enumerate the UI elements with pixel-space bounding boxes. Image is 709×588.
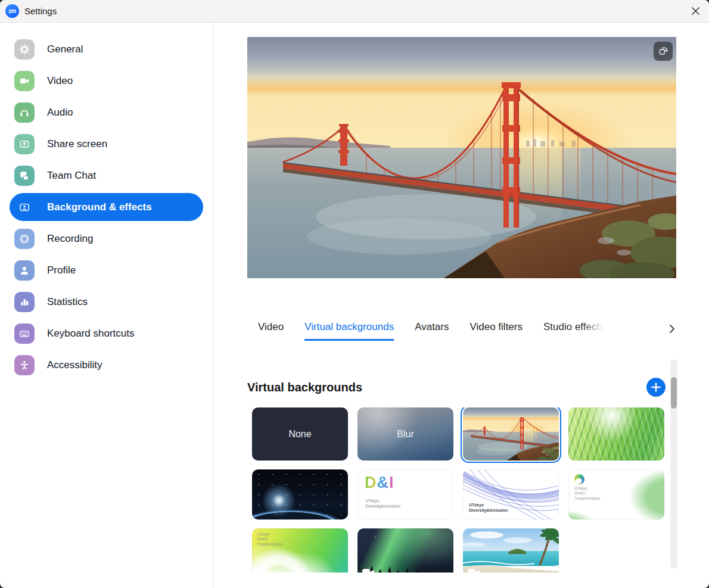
tree-silhouette — [357, 528, 453, 573]
background-option-utokyo-diversity-inclusion-wave[interactable]: UTokyo Diversity&Inclusion — [463, 469, 559, 519]
headphones-icon — [14, 102, 35, 123]
sidebar-item-label: Audio — [47, 107, 73, 119]
window-title: Settings — [24, 6, 57, 16]
sidebar-item-label: Keyboard shortcuts — [47, 328, 134, 340]
thumb-caption: UTokyo Diversity&Inclusion — [365, 498, 400, 509]
sidebar-item-audio[interactable]: Audio — [10, 98, 203, 126]
video-camera-icon — [14, 71, 35, 91]
background-effects-tabs: Video Virtual backgrounds Avatars Video … — [258, 321, 676, 341]
zoom-logo-icon: zm — [5, 4, 19, 18]
add-background-button[interactable] — [646, 378, 666, 397]
sidebar-item-label: Profile — [47, 265, 76, 276]
golden-gate-bridge-sunset-image — [247, 37, 676, 278]
settings-sidebar: General Video — [0, 23, 213, 588]
sidebar-item-label: Team Chat — [47, 170, 96, 182]
video-background-badge-icon — [468, 568, 480, 573]
keyboard-icon — [14, 323, 35, 344]
sidebar-item-share-screen[interactable]: Share screen — [10, 130, 203, 158]
sidebar-item-profile[interactable]: Profile — [10, 256, 203, 284]
d-and-i-logo: D&I — [365, 475, 394, 491]
background-option-golden-gate-bridge[interactable] — [463, 407, 559, 461]
thumb-label: None — [252, 407, 348, 461]
share-screen-icon — [14, 134, 35, 154]
sidebar-item-label: Statistics — [47, 296, 88, 308]
profile-icon — [14, 260, 35, 281]
sidebar-item-video[interactable]: Video — [10, 67, 203, 95]
tab-video[interactable]: Video — [258, 321, 284, 341]
background-option-aurora[interactable] — [357, 528, 453, 573]
sidebar-item-general[interactable]: General — [10, 35, 203, 63]
thumb-caption: UTokyo Diversity&Inclusion — [469, 502, 508, 513]
thumb-caption: UTokyo Green Transformation — [257, 532, 282, 547]
statistics-icon — [14, 292, 35, 312]
background-option-earth-from-space[interactable] — [252, 469, 348, 519]
background-option-none[interactable]: None — [252, 407, 348, 461]
title-bar: zm Settings — [0, 0, 709, 23]
camera-preview — [247, 37, 676, 278]
backgrounds-scrollbar-track[interactable] — [670, 359, 677, 569]
sidebar-item-recording[interactable]: Recording — [10, 225, 203, 253]
plus-icon — [651, 382, 661, 392]
settings-window: zm Settings — [0, 0, 709, 588]
sidebar-item-label: Accessibility — [47, 359, 102, 371]
video-background-badge-icon — [362, 568, 375, 573]
background-option-utokyo-green-transformation[interactable]: UTokyo Green Transformation — [252, 528, 348, 573]
sidebar-item-label: Video — [47, 75, 73, 87]
beach-art — [463, 528, 559, 573]
sidebar-item-label: General — [47, 43, 83, 55]
mirror-video-button[interactable] — [654, 42, 673, 61]
sidebar-item-team-chat[interactable]: Team Chat — [10, 161, 203, 189]
utokyo-gx-logo — [574, 474, 584, 484]
tab-video-filters[interactable]: Video filters — [469, 321, 523, 341]
background-option-blur[interactable]: Blur — [357, 407, 453, 461]
mirror-flip-icon — [658, 46, 668, 57]
close-icon — [691, 7, 700, 15]
sidebar-item-background-effects[interactable]: Background & effects — [10, 193, 203, 221]
background-option-tropical-beach[interactable] — [463, 528, 559, 573]
backgrounds-scrollbar-thumb[interactable] — [671, 377, 677, 409]
section-heading: Virtual backgrounds — [247, 381, 362, 394]
sidebar-item-keyboard-shortcuts[interactable]: Keyboard shortcuts — [10, 319, 203, 347]
backgrounds-grid-viewport: None Blur D&I U — [247, 407, 676, 573]
tab-avatars[interactable]: Avatars — [415, 321, 449, 341]
tab-virtual-backgrounds[interactable]: Virtual backgrounds — [304, 321, 394, 341]
background-option-utokyo-diversity-inclusion-logo[interactable]: D&I UTokyo Diversity&Inclusion — [357, 469, 453, 519]
background-option-utokyo-green-transformation-white[interactable]: UTokyo Green Transformation — [568, 469, 664, 519]
sidebar-item-statistics[interactable]: Statistics — [10, 288, 203, 316]
sidebar-item-label: Share screen — [47, 138, 107, 150]
close-button[interactable] — [682, 0, 709, 22]
background-effects-icon — [14, 197, 35, 217]
chevron-right-icon — [669, 324, 675, 334]
sidebar-item-label: Recording — [47, 233, 94, 245]
tab-studio-effects[interactable]: Studio effects — [543, 321, 605, 341]
gear-icon — [14, 39, 35, 60]
virtual-backgrounds-header: Virtual backgrounds — [247, 378, 676, 397]
backgrounds-grid: None Blur D&I U — [252, 407, 676, 573]
accessibility-icon — [14, 355, 35, 375]
thumb-label: Blur — [357, 407, 453, 461]
record-icon — [14, 229, 35, 249]
team-chat-icon — [14, 166, 35, 186]
background-effects-panel: Video Virtual backgrounds Avatars Video … — [213, 23, 709, 588]
tabs-overflow-button[interactable] — [666, 322, 679, 335]
background-option-green-grass[interactable] — [568, 407, 664, 461]
golden-gate-bridge-thumbnail — [463, 407, 559, 461]
sidebar-item-accessibility[interactable]: Accessibility — [10, 351, 203, 379]
thumb-caption: UTokyo Green Transformation — [574, 486, 600, 501]
sidebar-item-label: Background & effects — [47, 201, 152, 213]
